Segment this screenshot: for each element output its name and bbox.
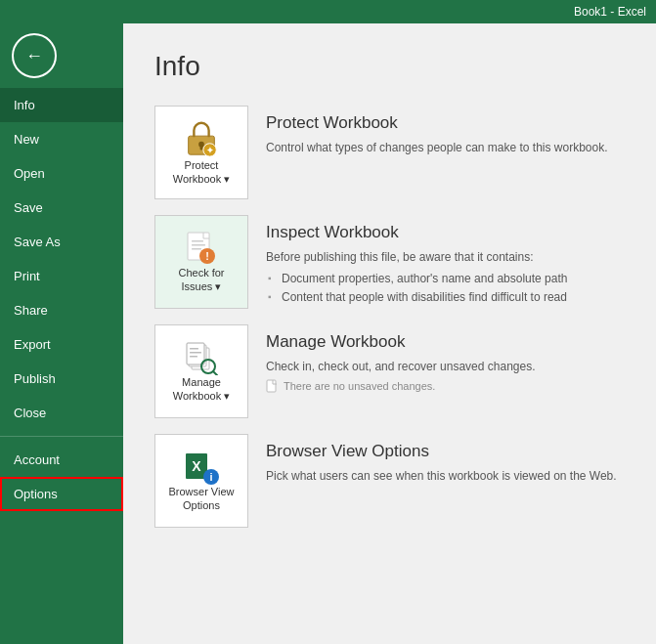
svg-rect-13 bbox=[187, 343, 204, 365]
inspect-icon: ! bbox=[184, 231, 219, 266]
sidebar-item-save-as[interactable]: Save As bbox=[0, 225, 123, 259]
sidebar-divider bbox=[0, 436, 123, 437]
sidebar-item-close[interactable]: Close bbox=[0, 396, 123, 430]
protect-card-text: Protect Workbook Control what types of c… bbox=[266, 106, 625, 156]
inspect-card-title: Inspect Workbook bbox=[266, 223, 625, 242]
sidebar-item-new[interactable]: New bbox=[0, 122, 123, 156]
svg-rect-14 bbox=[190, 348, 198, 350]
manage-unsaved: There are no unsaved changes. bbox=[266, 379, 625, 393]
svg-text:✦: ✦ bbox=[206, 146, 214, 155]
sidebar-item-print[interactable]: Print bbox=[0, 259, 123, 293]
browser-card-title: Browser View Options bbox=[266, 442, 625, 461]
sidebar: ← Info New Open Save Save As Print Share… bbox=[0, 23, 123, 644]
protect-icon-box[interactable]: ✦ ProtectWorkbook ▾ bbox=[154, 106, 248, 199]
main-content: Info ✦ ProtectWorkbook ▾ Protect Workboo… bbox=[123, 23, 656, 644]
manage-icon bbox=[184, 340, 219, 375]
protect-icon: ✦ bbox=[184, 119, 219, 158]
svg-rect-19 bbox=[267, 380, 276, 392]
manage-no-changes-text: There are no unsaved changes. bbox=[284, 380, 435, 392]
manage-card-title: Manage Workbook bbox=[266, 332, 625, 352]
page-title: Info bbox=[154, 51, 625, 82]
inspect-bullet-1: Document properties, author's name and a… bbox=[266, 270, 625, 288]
inspect-icon-label: Check forIssues ▾ bbox=[178, 266, 224, 294]
protect-icon-label: ProtectWorkbook ▾ bbox=[173, 158, 230, 187]
manage-card: ManageWorkbook ▾ Manage Workbook Check i… bbox=[154, 324, 625, 418]
inspect-card: ! Check forIssues ▾ Inspect Workbook Bef… bbox=[154, 215, 625, 309]
svg-rect-8 bbox=[192, 248, 201, 250]
manage-icon-label: ManageWorkbook ▾ bbox=[173, 375, 230, 404]
file-icon bbox=[266, 379, 280, 393]
manage-card-desc: Check in, check out, and recover unsaved… bbox=[266, 358, 625, 375]
svg-rect-2 bbox=[200, 145, 203, 150]
sidebar-item-save[interactable]: Save bbox=[0, 191, 123, 225]
sidebar-nav: Info New Open Save Save As Print Share E… bbox=[0, 88, 123, 644]
manage-icon-box[interactable]: ManageWorkbook ▾ bbox=[154, 324, 248, 418]
sidebar-item-open[interactable]: Open bbox=[0, 156, 123, 191]
title-bar-text: Book1 - Excel bbox=[574, 5, 646, 19]
browser-icon-label: Browser ViewOptions bbox=[168, 485, 234, 513]
svg-text:X: X bbox=[192, 458, 201, 474]
browser-card-desc: Pick what users can see when this workbo… bbox=[266, 467, 625, 485]
inspect-bullets: Document properties, author's name and a… bbox=[266, 270, 625, 307]
protect-card-title: Protect Workbook bbox=[266, 113, 625, 133]
browser-icon-box[interactable]: X i Browser ViewOptions bbox=[154, 434, 248, 528]
svg-text:i: i bbox=[209, 471, 212, 483]
sidebar-item-options[interactable]: Options bbox=[0, 477, 123, 511]
svg-text:!: ! bbox=[205, 250, 209, 262]
inspect-card-desc: Before publishing this file, be aware th… bbox=[266, 248, 625, 266]
sidebar-item-publish[interactable]: Publish bbox=[0, 362, 123, 396]
sidebar-item-account[interactable]: Account bbox=[0, 443, 123, 477]
browser-icon: X i bbox=[184, 450, 219, 485]
svg-rect-6 bbox=[192, 240, 203, 242]
protect-card: ✦ ProtectWorkbook ▾ Protect Workbook Con… bbox=[154, 106, 625, 199]
browser-card: X i Browser ViewOptions Browser View Opt… bbox=[154, 434, 625, 528]
inspect-icon-box[interactable]: ! Check forIssues ▾ bbox=[154, 215, 248, 309]
sidebar-item-share[interactable]: Share bbox=[0, 293, 123, 327]
browser-card-text: Browser View Options Pick what users can… bbox=[266, 434, 625, 485]
sidebar-item-export[interactable]: Export bbox=[0, 327, 123, 362]
manage-card-text: Manage Workbook Check in, check out, and… bbox=[266, 324, 625, 393]
svg-rect-15 bbox=[190, 352, 201, 354]
svg-rect-7 bbox=[192, 244, 205, 246]
protect-card-desc: Control what types of changes people can… bbox=[266, 139, 625, 156]
inspect-card-text: Inspect Workbook Before publishing this … bbox=[266, 215, 625, 307]
svg-rect-16 bbox=[190, 356, 197, 358]
inspect-bullet-2: Content that people with disabilities fi… bbox=[266, 288, 625, 307]
sidebar-item-info[interactable]: Info bbox=[0, 88, 123, 122]
back-button[interactable]: ← bbox=[12, 33, 57, 78]
